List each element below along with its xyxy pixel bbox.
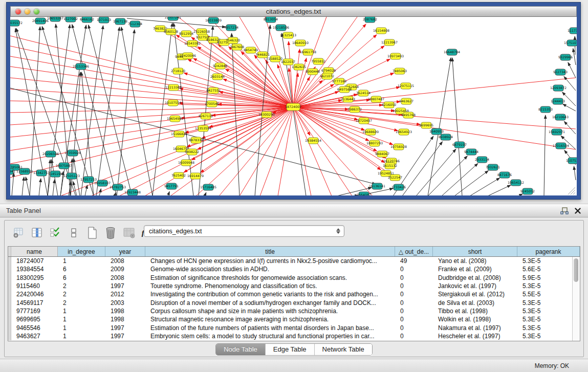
table-scrollbar-thumb[interactable] (574, 258, 578, 282)
column-header-title[interactable]: title (145, 247, 395, 256)
table-cell: 5.3E-5 (517, 333, 580, 340)
graph-node-label: 20153346 (73, 64, 89, 68)
graph-node-label: 16210643 (552, 115, 569, 119)
graph-edge (56, 24, 71, 195)
table-cell: 1998 (105, 316, 145, 323)
graph-edge (39, 179, 41, 195)
table-row[interactable]: 977716911998Corpus callosum shape and si… (8, 307, 580, 315)
table-row[interactable]: 1938455462009Genome-wide association stu… (8, 265, 580, 273)
graph-edge (12, 173, 14, 195)
column-header-in_degree[interactable]: in_degree (58, 247, 105, 256)
column-header-name[interactable]: name (11, 247, 58, 256)
graph-node-label: 7512304 (128, 22, 142, 26)
column-header-year[interactable]: year (105, 247, 145, 256)
graph-node-label: 12923448 (124, 190, 141, 194)
delete-table-icon[interactable] (104, 226, 117, 239)
graph-edge (564, 121, 576, 134)
graph-edge (454, 171, 488, 195)
table-cell: Wolkin et al. (1998) (433, 316, 517, 323)
graph-node-label: 1700546 (205, 102, 219, 105)
graph-edge (289, 41, 293, 107)
table-cell: Tourette syndrome. Phenomenology and cla… (145, 282, 395, 290)
graph-node-label: 8215353 (538, 107, 553, 111)
graph-node-label: 8813054 (264, 17, 278, 21)
graph-node-label: 1967138 (113, 19, 127, 23)
table-row[interactable]: 1872400712008Changes of HCN gene express… (8, 257, 580, 265)
tab-node-table[interactable]: Node Table (216, 344, 266, 355)
table-row[interactable]: 946362711997Embryonic stem cells: a mode… (8, 332, 580, 340)
graph-node-label: 3624514 (356, 91, 371, 95)
graph-node-label: 18640910 (292, 41, 309, 45)
table-cell: 9465546 (11, 324, 58, 332)
graph-node-label: 1640953 (429, 129, 444, 133)
table-row[interactable]: 946554611997Estimation of the future num… (8, 323, 580, 332)
network-window-titlebar[interactable]: citations_edges.txt (10, 6, 577, 17)
table-row[interactable]: 2242004622012Investigating the contribut… (8, 290, 580, 298)
table-row[interactable]: 911546021997Tourette syndrome. Phenomeno… (8, 282, 580, 290)
table-scrollbar[interactable] (572, 257, 580, 341)
table-settings-icon[interactable] (12, 226, 25, 239)
create-table-icon[interactable] (85, 226, 99, 239)
table-cell: Hescheler et al. (1997) (433, 333, 517, 340)
zoom-window-icon[interactable] (34, 9, 39, 14)
table-cell: Stergiakouli et al. (2012) (433, 291, 517, 298)
graph-node-label: 22357261 (165, 17, 181, 19)
table-cell: 0 (395, 324, 433, 332)
table-cell: Investigating the contribution of common… (145, 291, 395, 298)
graph-node-label: 1362615 (292, 65, 306, 69)
table-header-row: namein_degreeyeartitle△ out_de...shortpa… (8, 247, 580, 257)
table-cell: 14569117 (11, 299, 58, 307)
graph-edge (115, 192, 116, 195)
graph-edge (22, 177, 24, 195)
minimize-window-icon[interactable] (25, 9, 30, 14)
column-visibility-icon[interactable] (67, 226, 80, 239)
graph-edge (205, 192, 206, 195)
graph-node-label: 16958107 (94, 181, 111, 185)
table-cell: 1998 (105, 308, 145, 315)
network-canvas[interactable]: 1872400711325413746382285601288912954232… (10, 17, 577, 195)
graph-node-label: 9463627 (399, 99, 413, 103)
graph-node-label: 1117311 (568, 29, 577, 32)
table-row[interactable]: 1456911722003Disruption of a novel membe… (8, 298, 580, 307)
column-header-short[interactable]: short (433, 247, 517, 256)
graph-node-label: 3913941 (10, 169, 15, 173)
tab-network-table[interactable]: Network Table (315, 344, 372, 355)
combobox-stepper-icon[interactable] (334, 228, 343, 234)
table-body[interactable]: 1872400712008Changes of HCN gene express… (8, 257, 580, 341)
graph-node-label: 18300295 (258, 113, 275, 116)
graph-node-label: 9329966 (558, 55, 573, 59)
graph-node-label: 16120746 (383, 159, 400, 163)
table-cell: 1997 (105, 324, 145, 332)
graph-node-label: 8912954 (179, 32, 193, 35)
table-row[interactable]: 969969511998Structural magnetic resonanc… (8, 315, 580, 323)
close-window-icon[interactable] (15, 9, 21, 14)
graph-node-label: 10688609 (362, 130, 379, 134)
graph-edge (239, 107, 293, 195)
table-selector-combobox[interactable]: citations_edges.txt (144, 225, 344, 237)
close-panel-icon[interactable] (575, 208, 581, 214)
graph-node-label: 10756928 (390, 145, 407, 148)
tab-edge-table[interactable]: Edge Table (266, 344, 315, 355)
graph-node-label: 9245052 (520, 189, 535, 193)
graph-node-label: 9777169 (332, 79, 346, 83)
memory-status-indicator[interactable] (573, 362, 580, 369)
graph-node-label: 8560128 (164, 30, 178, 33)
float-panel-icon[interactable] (560, 207, 569, 214)
table-row[interactable]: 1830029562008Estimation of significance … (8, 274, 580, 282)
graph-node-label: 1664087 (357, 193, 371, 195)
graph-node-label: 17957253 (80, 178, 97, 181)
select-all-icon[interactable] (49, 226, 62, 239)
column-header-out_de[interactable]: △ out_de... (395, 247, 433, 256)
graph-node-label: 18807293 (366, 141, 383, 145)
graph-node-label: 16648784 (444, 50, 460, 54)
graph-edge (196, 107, 293, 195)
table-cell: 1 (58, 333, 105, 340)
graph-node-label: 12505123 (63, 174, 80, 178)
show-columns-icon[interactable] (30, 226, 43, 239)
column-header-pagerank[interactable]: pagerank (517, 247, 580, 256)
table-cell: 6 (58, 274, 105, 281)
canvas-resize-grip[interactable] (568, 187, 575, 194)
graph-node-label: 12213366 (165, 85, 182, 89)
graph-node-label: 10807487 (368, 97, 384, 101)
graph-node-label: 23226058 (193, 30, 210, 33)
